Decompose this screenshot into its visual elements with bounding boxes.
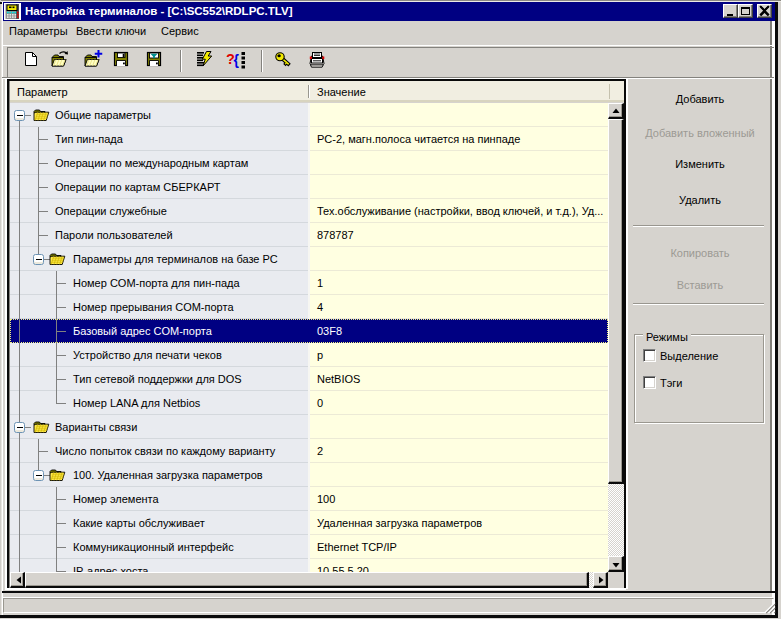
svg-text:{: { xyxy=(234,52,240,68)
